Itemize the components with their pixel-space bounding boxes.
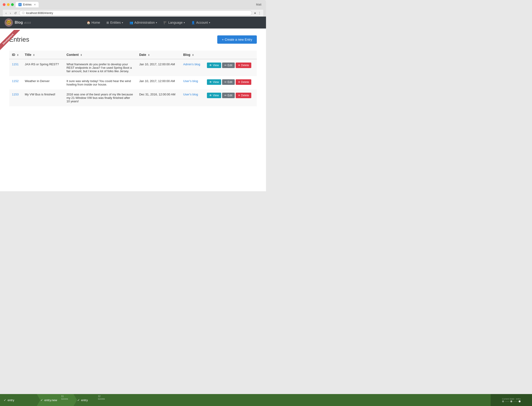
delete-button-1151[interactable]: ✕ Delete	[236, 63, 252, 68]
entry-blog-link-1151[interactable]: Admin's blog	[183, 63, 200, 66]
browser-tab[interactable]: E Entries ✕	[16, 2, 39, 7]
nav-entities-label: Entities	[110, 21, 121, 24]
nav-account[interactable]: 👤 Account ▾	[189, 19, 213, 26]
delete-button-1153[interactable]: ✕ Delete	[236, 93, 252, 98]
nav-administration-label: Administration	[134, 21, 155, 24]
cell-blog-1151: Admin's blog	[181, 59, 204, 76]
entries-table: ID ⇕ Title ⇕ Content ⇕ Date ⇕	[9, 51, 257, 106]
col-title[interactable]: Title ⇕	[22, 51, 64, 59]
app-window: 🤓 Blog v0.0.0 🏠 Home ⊞ Entities ▾ 👥 Admi…	[0, 16, 266, 191]
browser-titlebar: E Entries ✕ Matt	[3, 2, 263, 9]
browser-controls	[3, 3, 14, 6]
minimize-button[interactable]	[7, 3, 10, 6]
title-sort-icon: ⇕	[33, 54, 35, 56]
address-bar[interactable]: ⓘ localhost:8080/#/entry	[19, 10, 252, 16]
cell-actions-1152: 👁 View ✏ Edit ✕ Delete	[204, 76, 257, 89]
view-button-1153[interactable]: 👁 View	[207, 93, 221, 98]
browser-chrome: E Entries ✕ Matt ‹ › ↺ ⓘ localhost:8080/…	[0, 0, 266, 16]
edit-button-1151[interactable]: ✏ Edit	[222, 63, 235, 68]
view-button-1151[interactable]: 👁 View	[207, 63, 221, 68]
nav-language[interactable]: 🏴 Language ▾	[161, 19, 188, 26]
action-buttons-1152: 👁 View ✏ Edit ✕ Delete	[207, 79, 254, 85]
cell-id-1152: 1152	[9, 76, 22, 89]
cell-blog-1153: User's blog	[181, 89, 204, 106]
x-icon: ✕	[238, 64, 240, 67]
entry-id-link-1151[interactable]: 1151	[12, 63, 19, 66]
brand-avatar: 🤓	[5, 18, 13, 27]
eye-icon: 👁	[209, 64, 212, 67]
brand-info: Blog v0.0.0	[15, 21, 31, 25]
navbar-nav: 🏠 Home ⊞ Entities ▾ 👥 Administration ▾ 🏴…	[35, 19, 261, 26]
create-entry-button[interactable]: + Create a new Entry	[217, 36, 257, 44]
cell-title-1153: My VW Bus is finished!	[22, 89, 64, 106]
table-row: 1153 My VW Bus is finished! 2016 was one…	[9, 89, 257, 106]
cell-blog-1152: User's blog	[181, 76, 204, 89]
maximize-button[interactable]	[11, 3, 14, 6]
menu-icon[interactable]: ⋮	[258, 11, 261, 15]
blog-sort-icon: ⇕	[192, 54, 194, 56]
col-date-label: Date	[139, 53, 146, 57]
language-caret-icon: ▾	[184, 21, 185, 24]
nav-home[interactable]: 🏠 Home	[84, 19, 103, 26]
action-buttons-1151: 👁 View ✏ Edit ✕ Delete	[207, 63, 254, 68]
forward-button[interactable]: ›	[9, 11, 12, 15]
eye-icon: 👁	[209, 80, 212, 84]
entry-blog-link-1153[interactable]: User's blog	[183, 93, 198, 96]
address-text: localhost:8080/#/entry	[26, 12, 53, 15]
reload-button[interactable]: ↺	[13, 11, 18, 15]
home-icon: 🏠	[87, 21, 90, 24]
cell-actions-1151: 👁 View ✏ Edit ✕ Delete	[204, 59, 257, 76]
col-content[interactable]: Content ⇕	[64, 51, 136, 59]
entry-blog-link-1152[interactable]: User's blog	[183, 79, 198, 83]
cell-title-1152: Weather in Denver	[22, 76, 64, 89]
col-blog[interactable]: Blog ⇕	[181, 51, 204, 59]
entities-caret-icon: ▾	[122, 21, 123, 24]
navbar: 🤓 Blog v0.0.0 🏠 Home ⊞ Entities ▾ 👥 Admi…	[0, 16, 266, 29]
tab-close-icon[interactable]: ✕	[34, 3, 36, 6]
main-content: Entries + Create a new Entry ID ⇕ Title …	[0, 29, 266, 113]
account-icon: 👤	[191, 21, 195, 24]
cell-title-1151: JAX-RS or Spring REST?	[22, 59, 64, 76]
view-button-1152[interactable]: 👁 View	[207, 79, 221, 85]
bookmark-icon[interactable]: ★	[253, 11, 257, 15]
administration-icon: 👥	[130, 21, 133, 24]
action-buttons-1153: 👁 View ✏ Edit ✕ Delete	[207, 93, 254, 98]
x-icon: ✕	[238, 94, 240, 97]
administration-caret-icon: ▾	[156, 21, 157, 24]
entry-id-link-1153[interactable]: 1153	[12, 93, 19, 96]
cell-content-1153: 2016 was one of the best years of my lif…	[64, 89, 136, 106]
nav-entities[interactable]: ⊞ Entities ▾	[104, 19, 126, 26]
navbar-brand: 🤓 Blog v0.0.0	[5, 18, 31, 27]
nav-administration[interactable]: 👥 Administration ▾	[127, 19, 160, 26]
brand-name: Blog	[15, 21, 23, 24]
x-icon: ✕	[238, 80, 240, 84]
date-sort-icon: ⇕	[148, 54, 150, 56]
delete-button-1152[interactable]: ✕ Delete	[236, 79, 252, 85]
cell-id-1153: 1153	[9, 89, 22, 106]
pencil-icon: ✏	[224, 64, 227, 67]
entities-icon: ⊞	[106, 21, 109, 24]
close-button[interactable]	[3, 3, 6, 6]
col-content-label: Content	[66, 53, 79, 57]
account-caret-icon: ▾	[209, 21, 210, 24]
toolbar-icons: ★ ⋮	[253, 11, 261, 15]
nav-language-label: Language	[168, 21, 182, 24]
edit-button-1152[interactable]: ✏ Edit	[222, 79, 235, 85]
content-sort-icon: ⇕	[80, 54, 82, 56]
cell-date-1151: Jan 10, 2017, 12:00:00 AM	[136, 59, 180, 76]
col-blog-label: Blog	[183, 53, 190, 57]
dev-ribbon-container: Development	[0, 30, 28, 58]
entry-id-link-1152[interactable]: 1152	[12, 79, 19, 83]
cell-date-1153: Dec 31, 2016, 12:00:00 AM	[136, 89, 180, 106]
browser-user: Matt	[256, 3, 261, 6]
back-button[interactable]: ‹	[5, 11, 7, 15]
browser-toolbar: ‹ › ↺ ⓘ localhost:8080/#/entry ★ ⋮	[3, 9, 263, 16]
col-date[interactable]: Date ⇕	[136, 51, 180, 59]
tab-favicon: E	[18, 3, 22, 6]
eye-icon: 👁	[209, 94, 212, 97]
edit-button-1153[interactable]: ✏ Edit	[222, 93, 235, 98]
cell-content-1151: What framework do you prefer to develop …	[64, 59, 136, 76]
dev-ribbon: Development	[0, 30, 20, 51]
nav-home-label: Home	[92, 21, 100, 24]
cell-date-1152: Jan 10, 2017, 12:00:00 AM	[136, 76, 180, 89]
